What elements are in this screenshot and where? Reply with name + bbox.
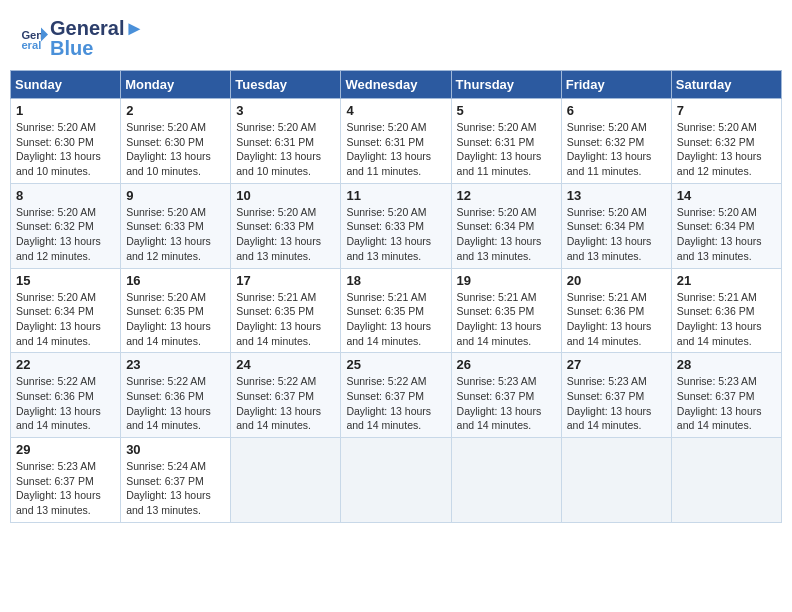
day-cell: 6 Sunrise: 5:20 AM Sunset: 6:32 PM Dayli… — [561, 99, 671, 184]
header-sunday: Sunday — [11, 71, 121, 99]
logo: Gen eral General► Blue — [20, 18, 144, 58]
empty-cell — [561, 438, 671, 523]
day-number: 19 — [457, 273, 556, 288]
day-number: 2 — [126, 103, 225, 118]
header-monday: Monday — [121, 71, 231, 99]
day-info: Sunrise: 5:22 AM Sunset: 6:36 PM Dayligh… — [16, 374, 115, 433]
day-info: Sunrise: 5:20 AM Sunset: 6:31 PM Dayligh… — [457, 120, 556, 179]
day-info: Sunrise: 5:22 AM Sunset: 6:36 PM Dayligh… — [126, 374, 225, 433]
day-info: Sunrise: 5:20 AM Sunset: 6:34 PM Dayligh… — [677, 205, 776, 264]
day-cell: 11 Sunrise: 5:20 AM Sunset: 6:33 PM Dayl… — [341, 183, 451, 268]
day-number: 1 — [16, 103, 115, 118]
calendar-week-row: 8 Sunrise: 5:20 AM Sunset: 6:32 PM Dayli… — [11, 183, 782, 268]
day-cell: 12 Sunrise: 5:20 AM Sunset: 6:34 PM Dayl… — [451, 183, 561, 268]
logo-text-line2: Blue — [50, 38, 144, 58]
day-info: Sunrise: 5:21 AM Sunset: 6:35 PM Dayligh… — [236, 290, 335, 349]
day-number: 23 — [126, 357, 225, 372]
logo-text-line1: General► — [50, 18, 144, 38]
day-number: 4 — [346, 103, 445, 118]
day-cell: 20 Sunrise: 5:21 AM Sunset: 6:36 PM Dayl… — [561, 268, 671, 353]
day-info: Sunrise: 5:21 AM Sunset: 6:36 PM Dayligh… — [567, 290, 666, 349]
day-number: 6 — [567, 103, 666, 118]
day-info: Sunrise: 5:20 AM Sunset: 6:31 PM Dayligh… — [236, 120, 335, 179]
day-cell: 3 Sunrise: 5:20 AM Sunset: 6:31 PM Dayli… — [231, 99, 341, 184]
day-info: Sunrise: 5:20 AM Sunset: 6:30 PM Dayligh… — [126, 120, 225, 179]
calendar-week-row: 1 Sunrise: 5:20 AM Sunset: 6:30 PM Dayli… — [11, 99, 782, 184]
day-info: Sunrise: 5:20 AM Sunset: 6:33 PM Dayligh… — [126, 205, 225, 264]
day-cell: 16 Sunrise: 5:20 AM Sunset: 6:35 PM Dayl… — [121, 268, 231, 353]
header: Gen eral General► Blue — [10, 10, 782, 62]
day-cell: 30 Sunrise: 5:24 AM Sunset: 6:37 PM Dayl… — [121, 438, 231, 523]
day-number: 3 — [236, 103, 335, 118]
day-number: 21 — [677, 273, 776, 288]
header-tuesday: Tuesday — [231, 71, 341, 99]
day-info: Sunrise: 5:23 AM Sunset: 6:37 PM Dayligh… — [677, 374, 776, 433]
day-info: Sunrise: 5:22 AM Sunset: 6:37 PM Dayligh… — [346, 374, 445, 433]
day-info: Sunrise: 5:20 AM Sunset: 6:35 PM Dayligh… — [126, 290, 225, 349]
day-number: 25 — [346, 357, 445, 372]
day-number: 30 — [126, 442, 225, 457]
day-cell: 13 Sunrise: 5:20 AM Sunset: 6:34 PM Dayl… — [561, 183, 671, 268]
calendar-week-row: 15 Sunrise: 5:20 AM Sunset: 6:34 PM Dayl… — [11, 268, 782, 353]
day-cell: 2 Sunrise: 5:20 AM Sunset: 6:30 PM Dayli… — [121, 99, 231, 184]
day-info: Sunrise: 5:23 AM Sunset: 6:37 PM Dayligh… — [567, 374, 666, 433]
day-number: 5 — [457, 103, 556, 118]
day-cell: 14 Sunrise: 5:20 AM Sunset: 6:34 PM Dayl… — [671, 183, 781, 268]
day-info: Sunrise: 5:21 AM Sunset: 6:35 PM Dayligh… — [346, 290, 445, 349]
day-number: 9 — [126, 188, 225, 203]
day-info: Sunrise: 5:22 AM Sunset: 6:37 PM Dayligh… — [236, 374, 335, 433]
header-saturday: Saturday — [671, 71, 781, 99]
calendar-body: 1 Sunrise: 5:20 AM Sunset: 6:30 PM Dayli… — [11, 99, 782, 523]
day-cell: 17 Sunrise: 5:21 AM Sunset: 6:35 PM Dayl… — [231, 268, 341, 353]
day-cell: 9 Sunrise: 5:20 AM Sunset: 6:33 PM Dayli… — [121, 183, 231, 268]
weekday-header-row: Sunday Monday Tuesday Wednesday Thursday… — [11, 71, 782, 99]
day-cell: 25 Sunrise: 5:22 AM Sunset: 6:37 PM Dayl… — [341, 353, 451, 438]
day-cell: 5 Sunrise: 5:20 AM Sunset: 6:31 PM Dayli… — [451, 99, 561, 184]
day-number: 29 — [16, 442, 115, 457]
day-number: 22 — [16, 357, 115, 372]
header-thursday: Thursday — [451, 71, 561, 99]
day-info: Sunrise: 5:24 AM Sunset: 6:37 PM Dayligh… — [126, 459, 225, 518]
calendar: Sunday Monday Tuesday Wednesday Thursday… — [10, 70, 782, 523]
day-info: Sunrise: 5:20 AM Sunset: 6:34 PM Dayligh… — [567, 205, 666, 264]
day-info: Sunrise: 5:20 AM Sunset: 6:33 PM Dayligh… — [236, 205, 335, 264]
day-info: Sunrise: 5:20 AM Sunset: 6:31 PM Dayligh… — [346, 120, 445, 179]
empty-cell — [451, 438, 561, 523]
day-cell: 26 Sunrise: 5:23 AM Sunset: 6:37 PM Dayl… — [451, 353, 561, 438]
day-cell: 28 Sunrise: 5:23 AM Sunset: 6:37 PM Dayl… — [671, 353, 781, 438]
day-info: Sunrise: 5:20 AM Sunset: 6:34 PM Dayligh… — [16, 290, 115, 349]
svg-text:eral: eral — [21, 39, 41, 51]
day-number: 26 — [457, 357, 556, 372]
day-info: Sunrise: 5:20 AM Sunset: 6:33 PM Dayligh… — [346, 205, 445, 264]
day-number: 16 — [126, 273, 225, 288]
day-number: 15 — [16, 273, 115, 288]
day-cell: 15 Sunrise: 5:20 AM Sunset: 6:34 PM Dayl… — [11, 268, 121, 353]
day-cell: 23 Sunrise: 5:22 AM Sunset: 6:36 PM Dayl… — [121, 353, 231, 438]
day-number: 24 — [236, 357, 335, 372]
day-number: 11 — [346, 188, 445, 203]
day-cell: 10 Sunrise: 5:20 AM Sunset: 6:33 PM Dayl… — [231, 183, 341, 268]
day-cell: 21 Sunrise: 5:21 AM Sunset: 6:36 PM Dayl… — [671, 268, 781, 353]
day-number: 7 — [677, 103, 776, 118]
day-cell: 4 Sunrise: 5:20 AM Sunset: 6:31 PM Dayli… — [341, 99, 451, 184]
day-cell: 29 Sunrise: 5:23 AM Sunset: 6:37 PM Dayl… — [11, 438, 121, 523]
day-cell: 19 Sunrise: 5:21 AM Sunset: 6:35 PM Dayl… — [451, 268, 561, 353]
calendar-week-row: 22 Sunrise: 5:22 AM Sunset: 6:36 PM Dayl… — [11, 353, 782, 438]
day-number: 28 — [677, 357, 776, 372]
day-number: 8 — [16, 188, 115, 203]
day-number: 12 — [457, 188, 556, 203]
day-info: Sunrise: 5:20 AM Sunset: 6:32 PM Dayligh… — [16, 205, 115, 264]
day-info: Sunrise: 5:23 AM Sunset: 6:37 PM Dayligh… — [16, 459, 115, 518]
day-number: 27 — [567, 357, 666, 372]
day-info: Sunrise: 5:23 AM Sunset: 6:37 PM Dayligh… — [457, 374, 556, 433]
day-info: Sunrise: 5:20 AM Sunset: 6:34 PM Dayligh… — [457, 205, 556, 264]
header-friday: Friday — [561, 71, 671, 99]
day-info: Sunrise: 5:20 AM Sunset: 6:32 PM Dayligh… — [677, 120, 776, 179]
day-cell: 8 Sunrise: 5:20 AM Sunset: 6:32 PM Dayli… — [11, 183, 121, 268]
day-info: Sunrise: 5:21 AM Sunset: 6:36 PM Dayligh… — [677, 290, 776, 349]
day-cell: 7 Sunrise: 5:20 AM Sunset: 6:32 PM Dayli… — [671, 99, 781, 184]
empty-cell — [671, 438, 781, 523]
day-cell: 27 Sunrise: 5:23 AM Sunset: 6:37 PM Dayl… — [561, 353, 671, 438]
empty-cell — [341, 438, 451, 523]
calendar-week-row: 29 Sunrise: 5:23 AM Sunset: 6:37 PM Dayl… — [11, 438, 782, 523]
